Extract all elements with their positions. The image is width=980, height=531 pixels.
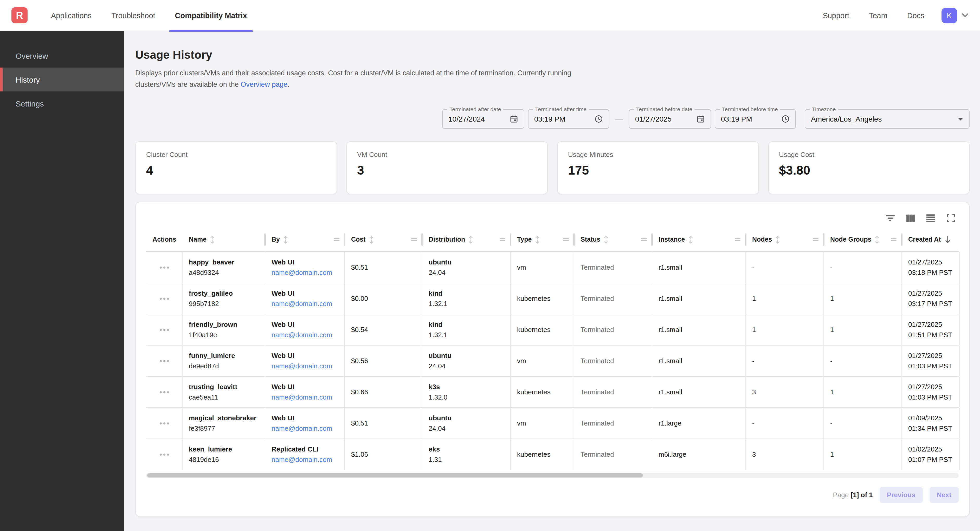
columns-icon[interactable] xyxy=(905,212,916,224)
column-header-node-groups[interactable]: Node Groups xyxy=(824,228,902,251)
replicated-logo[interactable]: R xyxy=(11,7,27,24)
column-menu-icon[interactable] xyxy=(641,238,647,242)
created-by-email[interactable]: name@domain.com xyxy=(272,362,338,370)
type-value: vm xyxy=(517,357,568,365)
cell-status: Terminated xyxy=(574,439,652,470)
cell-by: Web UIname@domain.com xyxy=(265,377,345,407)
sidebar-item-overview[interactable]: Overview xyxy=(0,44,124,68)
terminated-after-time-field[interactable]: Terminated after time 03:19 PM xyxy=(528,109,609,129)
terminated-before-date-field[interactable]: Terminated before date 01/27/2025 xyxy=(629,109,711,129)
cluster-id: 4819de16 xyxy=(189,456,259,463)
column-header-by[interactable]: By xyxy=(265,228,345,251)
overview-page-link[interactable]: Overview page xyxy=(240,80,287,88)
cluster-name: friendly_brown xyxy=(189,320,259,328)
instance-value: r1.small xyxy=(659,357,739,365)
column-menu-icon[interactable] xyxy=(500,238,506,242)
stat-card-usage-cost: Usage Cost$3.80 xyxy=(768,141,970,194)
row-actions-button[interactable] xyxy=(156,450,172,458)
column-menu-icon[interactable] xyxy=(891,238,897,242)
node-groups-value: 1 xyxy=(830,295,895,303)
caret-down-icon[interactable] xyxy=(958,117,963,121)
column-header-created-at[interactable]: Created At xyxy=(902,228,960,251)
row-actions-button[interactable] xyxy=(156,325,172,334)
created-by-email[interactable]: name@domain.com xyxy=(272,300,338,308)
clock-icon[interactable] xyxy=(595,115,603,123)
column-header-nodes[interactable]: Nodes xyxy=(746,228,824,251)
column-label: Actions xyxy=(153,236,177,243)
type-value: vm xyxy=(517,419,568,427)
created-by-email[interactable]: name@domain.com xyxy=(272,425,338,432)
cell-distribution: eks1.31 xyxy=(422,439,511,470)
table-row: magical_stonebrakerfe3f8977Web UIname@do… xyxy=(146,408,959,439)
created-by-email[interactable]: name@domain.com xyxy=(272,331,338,339)
stat-value: $3.80 xyxy=(779,163,959,178)
cost-value: $0.00 xyxy=(351,295,415,303)
column-menu-icon[interactable] xyxy=(735,238,741,242)
column-header-instance[interactable]: Instance xyxy=(652,228,746,251)
nav-tab-troubleshoot[interactable]: Troubleshoot xyxy=(102,0,165,31)
nav-tab-compatibility-matrix[interactable]: Compatibility Matrix xyxy=(165,0,257,31)
fullscreen-icon[interactable] xyxy=(945,212,956,224)
timezone-select[interactable]: Timezone America/Los_Angeles xyxy=(805,109,970,129)
sort-desc-icon xyxy=(945,236,951,243)
calendar-icon[interactable] xyxy=(510,115,518,123)
type-value: kubernetes xyxy=(517,295,568,303)
cell-distribution: ubuntu24.04 xyxy=(422,346,511,376)
row-actions-button[interactable] xyxy=(156,263,172,271)
stat-label: Usage Minutes xyxy=(568,151,748,159)
distribution-version: 1.31 xyxy=(429,456,504,463)
cluster-id: fe3f8977 xyxy=(189,425,259,432)
nav-link-team[interactable]: Team xyxy=(859,11,897,19)
chevron-down-icon[interactable] xyxy=(962,13,969,17)
row-actions-button[interactable] xyxy=(156,388,172,396)
filter-icon[interactable] xyxy=(884,212,896,224)
sort-icon xyxy=(210,236,215,243)
cell-cost: $0.51 xyxy=(345,252,422,283)
created-by-email[interactable]: name@domain.com xyxy=(272,269,338,276)
column-header-distribution[interactable]: Distribution xyxy=(422,228,511,251)
calendar-icon[interactable] xyxy=(697,115,705,123)
cell-node-groups: - xyxy=(824,346,902,376)
sidebar-item-settings[interactable]: Settings xyxy=(0,92,124,115)
column-label: Instance xyxy=(659,236,685,243)
nodes-value: - xyxy=(752,357,817,365)
column-header-cost[interactable]: Cost xyxy=(345,228,422,251)
horizontal-scrollbar-thumb[interactable] xyxy=(147,473,643,477)
stat-value: 3 xyxy=(357,163,537,178)
cell-created-at: 01/02/202501:07 PM PST xyxy=(902,439,960,470)
nav-link-support[interactable]: Support xyxy=(813,11,859,19)
secondary-nav: SupportTeamDocs xyxy=(813,0,934,31)
column-header-status[interactable]: Status xyxy=(574,228,652,251)
previous-page-button[interactable]: Previous xyxy=(880,487,923,503)
created-by-email[interactable]: name@domain.com xyxy=(272,393,338,401)
terminated-before-time-field[interactable]: Terminated before time 03:19 PM xyxy=(715,109,796,129)
status-value: Terminated xyxy=(581,450,646,458)
column-menu-icon[interactable] xyxy=(411,238,417,242)
table-row: friendly_brown1f40a19eWeb UIname@domain.… xyxy=(146,314,959,346)
status-value: Terminated xyxy=(581,357,646,365)
avatar[interactable]: K xyxy=(942,8,957,23)
column-menu-icon[interactable] xyxy=(333,238,340,242)
created-date: 01/09/2025 xyxy=(908,414,953,422)
cell-instance: r1.small xyxy=(652,377,746,407)
created-date: 01/27/2025 xyxy=(908,383,953,391)
column-header-name[interactable]: Name xyxy=(183,228,265,251)
next-page-button[interactable]: Next xyxy=(929,487,959,503)
density-icon[interactable] xyxy=(925,212,936,224)
horizontal-scrollbar-track[interactable] xyxy=(146,473,959,478)
row-actions-button[interactable] xyxy=(156,294,172,303)
nav-tab-applications[interactable]: Applications xyxy=(41,0,102,31)
created-by-email[interactable]: name@domain.com xyxy=(272,456,338,463)
column-header-type[interactable]: Type xyxy=(511,228,574,251)
column-menu-icon[interactable] xyxy=(563,238,569,242)
nav-link-docs[interactable]: Docs xyxy=(897,11,934,19)
clock-icon[interactable] xyxy=(781,115,790,123)
row-actions-button[interactable] xyxy=(156,357,172,365)
sidebar-item-history[interactable]: History xyxy=(0,68,124,92)
cell-created-at: 01/09/202501:34 PM PST xyxy=(902,408,960,439)
sidebar: OverviewHistorySettings xyxy=(0,31,124,531)
terminated-after-date-field[interactable]: Terminated after date 10/27/2024 xyxy=(442,109,524,129)
row-actions-button[interactable] xyxy=(156,419,172,427)
cluster-id: cae5ea11 xyxy=(189,393,259,401)
column-menu-icon[interactable] xyxy=(813,238,819,242)
